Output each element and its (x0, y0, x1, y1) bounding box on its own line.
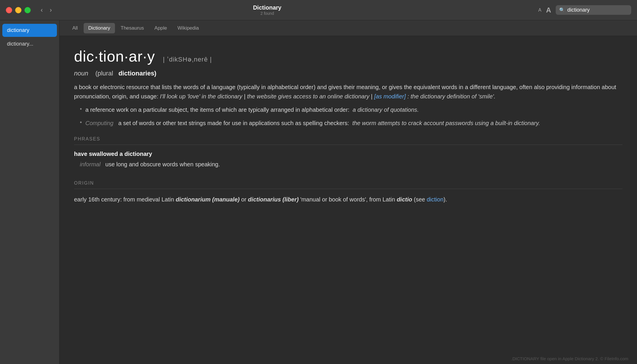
font-decrease-button[interactable]: A (538, 8, 541, 13)
main-layout: dictionary dictionary... All Dictionary … (0, 20, 637, 364)
main-definition: a book or electronic resource that lists… (74, 82, 622, 101)
origin-text: early 16th century: from medieval Latin … (74, 195, 622, 204)
tab-wikipedia[interactable]: Wikipedia (173, 23, 204, 33)
dictio: dictio (397, 196, 412, 203)
tab-apple[interactable]: Apple (150, 23, 172, 33)
content-area: All Dictionary Thesaurus Apple Wikipedia… (60, 20, 637, 364)
word-heading: dic·tion·ar·y | ˈdikSHəˌnerē | (74, 48, 622, 65)
font-increase-button[interactable]: A (546, 6, 551, 14)
search-bar: 🔍 × (556, 5, 631, 15)
titlebar: ‹ › Dictionary 2 found A A 🔍 × (0, 0, 637, 20)
sub-def-text-2: Computing a set of words or other text s… (85, 118, 540, 128)
sidebar-item-dictionary-ellipsis[interactable]: dictionary... (2, 37, 57, 51)
origin-header: ORIGIN (74, 181, 622, 186)
dict-content: dic·tion·ar·y | ˈdikSHəˌnerē | noun (plu… (60, 36, 637, 353)
informal-register: informal (80, 161, 100, 167)
pos: noun (74, 70, 88, 77)
search-input[interactable] (567, 7, 635, 13)
phrases-divider (74, 145, 622, 145)
tab-dictionary[interactable]: Dictionary (84, 23, 115, 33)
computing-domain: Computing (85, 120, 114, 126)
window-title: Dictionary (253, 4, 281, 11)
search-icon: 🔍 (559, 7, 565, 13)
pos-line: noun (plural dictionaries) (74, 70, 622, 77)
window-subtitle: 2 found (260, 11, 274, 16)
diction-link[interactable]: diction (427, 196, 444, 203)
example2: the website gives access to an online di… (247, 93, 371, 100)
bullet-icon: • (80, 106, 82, 112)
font-controls: A A (538, 6, 551, 14)
phrase-title: have swallowed a dictionary (74, 151, 622, 157)
pronunciation: | ˈdikSHəˌnerē | (163, 56, 212, 63)
sub-example-1: a dictionary of quotations. (351, 107, 419, 113)
footer: .DICTIONARY file open in Apple Dictionar… (60, 353, 637, 364)
plural-word: dictionaries) (118, 70, 156, 77)
sidebar: dictionary dictionary... (0, 20, 60, 364)
latin2: dictionarius (liber) (248, 196, 298, 203)
modifier-example: : the dictionary definition of 'smile'. (407, 93, 495, 100)
phrases-header: PHRASES (74, 136, 622, 142)
tab-all[interactable]: All (68, 23, 82, 33)
title-center: Dictionary 2 found (1, 4, 534, 16)
sub-def-text-1: a reference work on a particular subject… (85, 105, 419, 114)
sub-definition-1: • a reference work on a particular subje… (74, 105, 622, 114)
origin-divider (74, 189, 622, 189)
phrase-definition: informal use long and obscure words when… (74, 160, 622, 169)
sidebar-item-dictionary[interactable]: dictionary (2, 24, 57, 37)
tab-bar: All Dictionary Thesaurus Apple Wikipedia (60, 20, 637, 36)
sub-definition-2: • Computing a set of words or other text… (74, 118, 622, 128)
latin1: dictionarium (manuale) (176, 196, 240, 203)
word-title: dic·tion·ar·y | ˈdikSHəˌnerē | (74, 48, 212, 65)
tab-thesaurus[interactable]: Thesaurus (116, 23, 149, 33)
modifier-label: [as modifier] (374, 93, 408, 100)
sub-example-2: the worm attempts to crack account passw… (351, 120, 540, 126)
bullet-icon-2: • (80, 119, 82, 126)
plural-label: (plural (95, 70, 113, 77)
example1: I'll look up 'love' in the dictionary (160, 93, 244, 100)
